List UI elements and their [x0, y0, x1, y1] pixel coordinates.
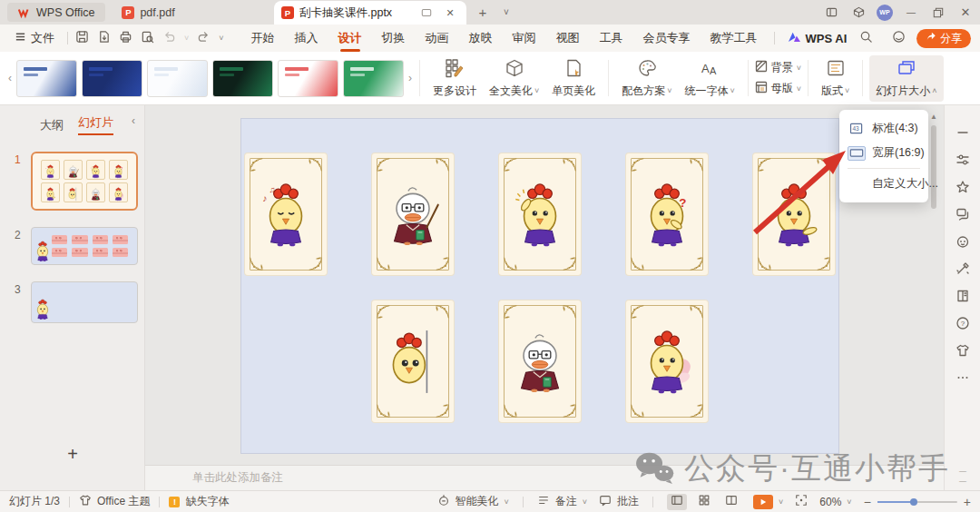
integration-cube-icon[interactable] — [849, 4, 867, 22]
redo-icon[interactable] — [197, 30, 211, 47]
new-tab-button[interactable]: + — [474, 4, 492, 22]
zoom-slider-handle[interactable] — [910, 498, 917, 506]
design-template-thumbnail[interactable] — [147, 60, 208, 97]
save-icon[interactable] — [75, 30, 89, 47]
zoom-in-button[interactable]: + — [964, 495, 971, 509]
add-slide-button[interactable]: + — [0, 444, 145, 465]
scratch-card-chicken-peeking[interactable] — [372, 300, 454, 422]
slide-thumbnail-3[interactable] — [31, 281, 138, 323]
zoom-level-button[interactable]: 60% ˅ — [819, 496, 851, 508]
menu-item-工具[interactable]: 工具 — [591, 25, 632, 51]
notes-bar[interactable]: 单击此处添加备注 — [145, 465, 944, 490]
comments-panel-icon[interactable] — [956, 207, 970, 225]
undo-chevron-icon[interactable]: ˅ — [184, 34, 189, 43]
menu-item-插入[interactable]: 插入 — [286, 25, 328, 51]
menu-item-切换[interactable]: 切换 — [373, 25, 415, 51]
theme-button[interactable]: Office 主题 — [79, 494, 150, 509]
normal-view-button[interactable] — [667, 494, 687, 510]
menu-item-会员专享[interactable]: 会员专享 — [634, 25, 700, 51]
design-template-thumbnail[interactable] — [278, 60, 338, 97]
design-template-thumbnail[interactable] — [82, 60, 142, 97]
notes-button[interactable]: 备注 ˅ — [537, 494, 587, 509]
support-icon[interactable] — [892, 30, 906, 47]
resource-mascot-icon[interactable] — [956, 234, 970, 252]
restore-button[interactable] — [929, 4, 947, 22]
missing-font-button[interactable]: ! 缺失字体 — [169, 494, 229, 509]
comments-button[interactable]: 批注 — [599, 494, 639, 509]
slide-thumbnail-1[interactable]: ♪♫? — [31, 152, 138, 211]
menu-item-widescreen-169[interactable]: 宽屏(16:9) — [839, 141, 928, 165]
background-button[interactable]: 背景˅ — [755, 60, 801, 75]
scrollbar-thumb[interactable] — [931, 125, 936, 209]
canvas-scrollbar[interactable]: ▲ — [929, 113, 938, 450]
menu-item-视图[interactable]: 视图 — [547, 25, 589, 51]
more-design-button[interactable]: 更多设计 — [426, 55, 483, 102]
tools-icon[interactable] — [956, 261, 970, 280]
scratch-card-chicken-hand-raised[interactable] — [499, 153, 581, 275]
print-preview-icon[interactable] — [141, 30, 154, 47]
scratch-card-chicken-singing[interactable]: ♪♫ — [245, 153, 327, 275]
smart-beautify-button[interactable]: 智能美化 ˅ — [437, 494, 509, 509]
tab-pptx-active[interactable]: P 刮卡抽奖课件.pptx ✕ — [274, 1, 466, 25]
play-slideshow-button[interactable]: ˅ — [753, 495, 783, 509]
tab-close-icon[interactable]: ✕ — [441, 4, 459, 22]
scroll-up-icon[interactable]: ▲ — [929, 113, 938, 121]
design-template-thumbnail[interactable] — [16, 60, 77, 97]
slide-canvas[interactable]: ♪♫ ? — [240, 118, 839, 454]
minimize-button[interactable]: — — [902, 4, 920, 22]
scratch-card-chicken-pointing[interactable] — [753, 153, 835, 275]
menu-item-动画[interactable]: 动画 — [416, 25, 458, 51]
menu-item-设计[interactable]: 设计 — [329, 25, 371, 51]
file-menu-button[interactable]: 文件 — [9, 30, 60, 46]
slide-size-button[interactable]: 幻灯片大小˄ — [869, 55, 943, 102]
template-scroll-right-icon[interactable]: › — [407, 72, 413, 84]
master-button[interactable]: 母版˅ — [755, 81, 801, 96]
search-icon[interactable] — [859, 30, 873, 47]
reading-view-button[interactable] — [721, 494, 741, 510]
page-beautify-button[interactable]: 单页美化 — [545, 55, 602, 102]
share-button[interactable]: 分享 — [916, 29, 971, 48]
split-window-icon[interactable] — [822, 4, 840, 22]
menu-item-custom-size[interactable]: 自定义大小... — [839, 172, 928, 196]
scratch-card-chicken-dashing[interactable] — [626, 300, 708, 422]
design-template-thumbnail[interactable] — [212, 60, 273, 97]
layout-button[interactable]: 版式˅ — [815, 55, 856, 102]
scratch-card-duck-teaching[interactable] — [372, 153, 454, 275]
more-icon[interactable] — [956, 370, 970, 389]
scratch-card-chicken-thinking[interactable]: ? — [626, 153, 708, 275]
menu-item-教学工具[interactable]: 教学工具 — [701, 25, 767, 51]
design-template-thumbnail[interactable] — [343, 60, 404, 97]
undo-icon[interactable] — [162, 30, 176, 47]
scratch-card-duck-reading[interactable] — [499, 300, 581, 422]
zoom-out-button[interactable]: − — [864, 495, 871, 509]
color-scheme-button[interactable]: 配色方案˅ — [615, 55, 678, 102]
print-icon[interactable] — [119, 30, 132, 47]
tab-list-chevron-icon[interactable]: ˅ — [497, 4, 515, 22]
tab-slides[interactable]: 幻灯片 — [78, 114, 113, 135]
favorites-icon[interactable] — [956, 180, 970, 198]
wps-ai-button[interactable]: WPS AI — [782, 31, 853, 45]
properties-icon[interactable] — [956, 153, 970, 171]
tab-pdf[interactable]: P pdf.pdf — [113, 0, 183, 25]
output-pdf-icon[interactable] — [97, 30, 111, 47]
fulltext-beautify-button[interactable]: 全文美化˅ — [483, 55, 545, 102]
menu-item-审阅[interactable]: 审阅 — [504, 25, 545, 51]
menu-item-standard-43[interactable]: 43 标准(4:3) — [839, 116, 928, 141]
app-home-tab[interactable]: WPS Office — [7, 3, 105, 22]
collapse-panel-icon[interactable]: ‹ — [132, 114, 135, 127]
close-window-button[interactable]: ✕ — [956, 4, 975, 22]
unify-font-button[interactable]: AA 统一字体˅ — [679, 55, 741, 102]
tab-sidemode-icon[interactable] — [417, 4, 436, 22]
dictionary-icon[interactable] — [956, 289, 970, 307]
menu-item-放映[interactable]: 放映 — [460, 25, 502, 51]
toolbar-chevron-icon[interactable]: ˅ — [219, 34, 223, 43]
slide-sorter-view-button[interactable] — [694, 494, 714, 510]
collapse-ribbon-icon[interactable] — [956, 125, 970, 143]
template-scroll-left-icon[interactable]: ‹ — [7, 72, 13, 84]
slide-thumbnail-2[interactable] — [31, 227, 138, 265]
tab-outline[interactable]: 大纲 — [40, 117, 64, 133]
user-avatar[interactable]: WP — [877, 5, 893, 21]
menu-item-开始[interactable]: 开始 — [242, 25, 284, 51]
zoom-slider[interactable] — [877, 501, 957, 503]
fit-screen-icon[interactable] — [795, 494, 808, 509]
